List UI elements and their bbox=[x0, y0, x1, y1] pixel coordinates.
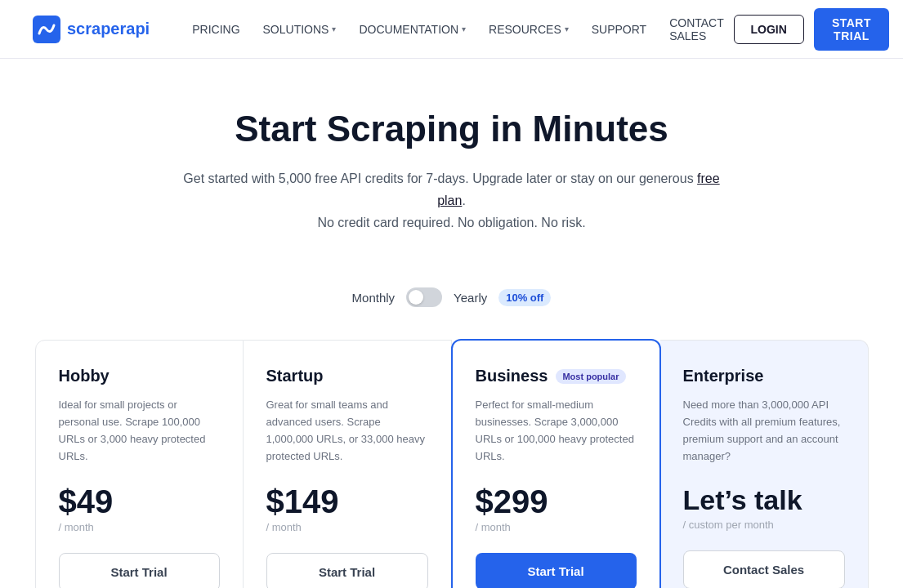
card-desc-business: Perfect for small-medium businesses. Scr… bbox=[476, 397, 637, 465]
chevron-down-icon: ▾ bbox=[332, 24, 336, 33]
card-title-enterprise: Enterprise bbox=[683, 367, 764, 385]
card-period-enterprise: / custom per month bbox=[683, 519, 845, 531]
pricing-card-business: Business Most popular Perfect for small-… bbox=[451, 339, 661, 588]
nav-resources[interactable]: RESOURCES ▾ bbox=[479, 16, 579, 42]
card-price-startup: $149 bbox=[266, 485, 428, 518]
card-desc-startup: Great for small teams and advanced users… bbox=[266, 397, 428, 465]
nav-pricing[interactable]: PRICING bbox=[182, 16, 249, 42]
pricing-card-enterprise: Enterprise Need more than 3,000,000 API … bbox=[660, 340, 869, 588]
hero-section: Start Scraping in Minutes Get started wi… bbox=[0, 59, 903, 258]
most-popular-badge: Most popular bbox=[556, 369, 625, 384]
start-trial-business-button[interactable]: Start Trial bbox=[476, 553, 637, 588]
card-header-enterprise: Enterprise bbox=[683, 367, 845, 385]
logo-text: scraperapi bbox=[67, 20, 150, 38]
card-price-business: $299 bbox=[476, 485, 637, 518]
nav-documentation[interactable]: DOCUMENTATION ▾ bbox=[349, 16, 476, 42]
card-header-business: Business Most popular bbox=[476, 367, 637, 385]
navbar: scraperapi PRICING SOLUTIONS ▾ DOCUMENTA… bbox=[0, 0, 903, 59]
card-period-hobby: / month bbox=[59, 521, 220, 533]
billing-toggle-switch[interactable] bbox=[406, 287, 442, 307]
start-trial-hobby-button[interactable]: Start Trial bbox=[59, 553, 220, 588]
login-button[interactable]: LOGIN bbox=[734, 15, 804, 44]
pricing-grid: Hobby Ideal for small projects or person… bbox=[35, 340, 869, 588]
pricing-section: Hobby Ideal for small projects or person… bbox=[0, 340, 903, 588]
card-desc-enterprise: Need more than 3,000,000 API Credits wit… bbox=[683, 397, 845, 465]
card-title-hobby: Hobby bbox=[59, 367, 110, 385]
yearly-label: Yearly bbox=[454, 291, 487, 305]
card-header-hobby: Hobby bbox=[59, 367, 220, 385]
hero-subtitle: Get started with 5,000 free API credits … bbox=[182, 167, 722, 234]
contact-sales-enterprise-button[interactable]: Contact Sales bbox=[683, 550, 845, 588]
nav-actions: LOGIN START TRIAL bbox=[734, 8, 889, 51]
card-period-business: / month bbox=[476, 521, 637, 533]
hero-title: Start Scraping in Minutes bbox=[33, 108, 870, 151]
start-trial-button[interactable]: START TRIAL bbox=[814, 8, 889, 51]
card-desc-hobby: Ideal for small projects or personal use… bbox=[59, 397, 220, 465]
card-title-startup: Startup bbox=[266, 367, 324, 385]
discount-badge: 10% off bbox=[498, 289, 551, 306]
start-trial-startup-button[interactable]: Start Trial bbox=[266, 553, 428, 588]
logo[interactable]: scraperapi bbox=[33, 16, 150, 43]
billing-toggle: Monthly Yearly 10% off bbox=[0, 287, 903, 307]
card-price-hobby: $49 bbox=[59, 485, 220, 518]
pricing-card-hobby: Hobby Ideal for small projects or person… bbox=[35, 340, 244, 588]
monthly-label: Monthly bbox=[352, 291, 396, 305]
chevron-down-icon: ▾ bbox=[565, 24, 569, 33]
nav-contact-sales[interactable]: CONTACT SALES bbox=[659, 10, 733, 49]
chevron-down-icon: ▾ bbox=[462, 24, 466, 33]
nav-support[interactable]: SUPPORT bbox=[582, 16, 656, 42]
card-period-startup: / month bbox=[266, 521, 428, 533]
nav-solutions[interactable]: SOLUTIONS ▾ bbox=[253, 16, 346, 42]
card-header-startup: Startup bbox=[266, 367, 428, 385]
card-price-enterprise: Let’s talk bbox=[683, 485, 845, 515]
nav-links: PRICING SOLUTIONS ▾ DOCUMENTATION ▾ RESO… bbox=[182, 10, 733, 49]
card-title-business: Business bbox=[476, 367, 548, 385]
pricing-card-startup: Startup Great for small teams and advanc… bbox=[244, 340, 452, 588]
logo-icon bbox=[33, 16, 60, 43]
